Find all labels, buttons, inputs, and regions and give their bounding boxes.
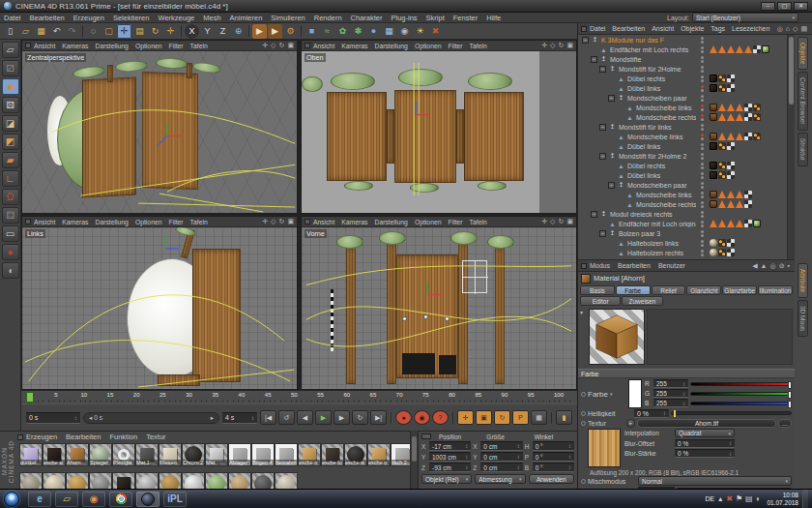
menu-item-kameras[interactable]: Kameras [62, 219, 88, 225]
polygons-mode-button[interactable]: ◩ [2, 134, 19, 150]
tag-dots-icon[interactable] [718, 84, 726, 92]
zoom-view-icon[interactable]: ◇ [271, 218, 276, 225]
visibility-dot-top[interactable] [701, 163, 704, 165]
visibility-dot-bottom[interactable] [701, 215, 704, 218]
toggle-view-icon[interactable]: ▣ [287, 42, 294, 49]
visibility-dot-bottom[interactable] [701, 60, 704, 63]
viewport-menu-icon[interactable] [25, 219, 31, 224]
taskbar-ie-icon[interactable]: e [28, 492, 51, 507]
timeline-mode-button[interactable]: ▮ [556, 410, 572, 425]
tag-uvw-icon[interactable] [727, 142, 735, 150]
visibility-dots[interactable] [696, 124, 708, 131]
om-filter-icon[interactable]: ◇ [793, 25, 798, 33]
viewport-top[interactable]: AnsichtKamerasDarstellungOptionenFilterT… [301, 40, 577, 214]
visibility-dot-bottom[interactable] [701, 128, 704, 131]
visibility-dot-top[interactable] [701, 182, 704, 185]
tag-tri-icon[interactable] [736, 191, 743, 198]
tray-expand-icon[interactable]: ▴ [718, 494, 722, 503]
material-thumb-dunkel[interactable]: dunkel [19, 443, 43, 466]
goto-end-button[interactable]: ▶| [370, 410, 387, 425]
minimize-button[interactable]: – [761, 2, 775, 11]
stepper-icon[interactable]: ↕ [682, 381, 685, 387]
snap-point-button[interactable]: ● [2, 244, 19, 260]
menu-item-filter[interactable]: Filter [168, 43, 183, 49]
lock-z-axis-button[interactable]: Z [216, 24, 230, 39]
close-button[interactable]: ✕ [794, 2, 808, 11]
material-thumb-esche-si[interactable]: esche si [43, 443, 66, 466]
tree-row[interactable]: ▲Mondscheibe rechts [578, 112, 787, 122]
menu-item-optionen[interactable]: Optionen [415, 43, 442, 49]
tree-row[interactable]: ▲Mondscheibe links [578, 132, 787, 141]
material-thumb[interactable] [205, 472, 228, 489]
visibility-dot-bottom[interactable] [701, 41, 704, 44]
tag-dots-icon[interactable] [718, 75, 726, 82]
menu-item-selektieren[interactable]: Selektieren [113, 14, 150, 22]
play-button[interactable]: ▶ [315, 410, 332, 425]
tag-texd-icon[interactable] [710, 142, 717, 150]
visibility-dot-bottom[interactable] [701, 195, 704, 198]
tray-alert-icon[interactable]: ✖ [726, 494, 733, 503]
tag-dots-icon[interactable] [718, 142, 726, 150]
visibility-dots[interactable] [696, 56, 708, 63]
current-time-field[interactable]: 0 s↕ [26, 412, 80, 424]
visibility-dot-top[interactable] [701, 172, 704, 175]
tag-tri-icon[interactable] [736, 133, 743, 140]
om-home-icon[interactable]: ⌂ [786, 25, 790, 33]
tag-tri-icon[interactable] [718, 113, 726, 121]
menu-item-objekte[interactable]: Objekte [681, 25, 704, 32]
visibility-dot-top[interactable] [701, 75, 704, 78]
expander-icon[interactable]: − [608, 95, 615, 102]
menu-item-ansicht[interactable]: Ansicht [34, 43, 55, 49]
visibility-dot-bottom[interactable] [701, 157, 704, 160]
tag-tri-icon[interactable] [718, 200, 726, 208]
viewport-menu-icon[interactable] [25, 43, 31, 48]
tag-uvw-icon[interactable] [727, 162, 735, 169]
anim-dot[interactable] [581, 421, 586, 426]
toggle-view-icon[interactable]: ▣ [287, 218, 294, 225]
menu-item-erzeugen[interactable]: Erzeugen [73, 14, 104, 22]
tag-tri-icon[interactable] [718, 220, 726, 227]
menu-item-lesezeichen[interactable]: Lesezeichen [732, 25, 769, 32]
channel-slider-r[interactable] [690, 382, 792, 386]
menu-item-charakter[interactable]: Charakter [351, 14, 383, 22]
tag-texd-icon[interactable] [710, 171, 717, 179]
visibility-dot-bottom[interactable] [701, 50, 704, 53]
delete-button[interactable]: ✖ [428, 24, 443, 39]
make-editable-button[interactable]: ▱ [2, 42, 19, 58]
material-menu-icon[interactable] [17, 434, 23, 440]
coords-size-dropdown[interactable]: Abmessung▾ [475, 474, 525, 484]
taskbar-explorer-icon[interactable]: ▱ [55, 492, 78, 507]
material-thumb[interactable] [19, 472, 43, 489]
visibility-dot-top[interactable] [701, 134, 704, 136]
visibility-dots[interactable] [696, 95, 708, 102]
coordinate-system-button[interactable]: ⊕ [231, 24, 246, 39]
tag-wood-icon[interactable] [710, 113, 717, 121]
tree-row[interactable]: −↥K 3Module nur das F [578, 35, 787, 45]
material-thumb-ahorn[interactable]: Ahorn [66, 443, 89, 466]
stepper-icon[interactable]: ↕ [517, 443, 520, 449]
rotate-tool[interactable]: ↻ [148, 24, 162, 39]
viewport-perspective[interactable]: AnsichtKamerasDarstellungOptionenFilterT… [21, 40, 298, 214]
tag-tri-icon[interactable] [727, 191, 735, 198]
lock-x-axis-button[interactable]: X [185, 24, 199, 39]
tag-wood-icon[interactable] [710, 200, 717, 208]
zoom-view-icon[interactable]: ◇ [550, 218, 555, 225]
visibility-dot-bottom[interactable] [701, 108, 704, 111]
pan-view-icon[interactable]: ✛ [262, 218, 268, 225]
channel-field-r[interactable]: 255↕ [653, 379, 688, 388]
visibility-dot-top[interactable] [701, 230, 704, 233]
apply-button[interactable]: Anwenden [529, 474, 575, 484]
taskbar-chrome-icon[interactable] [109, 492, 132, 507]
tag-ball-icon[interactable] [710, 249, 717, 256]
render-settings-button[interactable]: ⚙ [283, 24, 298, 39]
visibility-dot-top[interactable] [701, 114, 704, 117]
visibility-dot-top[interactable] [701, 95, 704, 98]
visibility-dots[interactable] [696, 182, 708, 189]
visibility-dot-bottom[interactable] [701, 186, 704, 189]
render-picture-viewer-button[interactable]: ▶ [268, 24, 282, 39]
visibility-dot-top[interactable] [701, 105, 704, 107]
play-backwards-button[interactable]: ↺ [278, 410, 295, 425]
visibility-dot-top[interactable] [701, 85, 704, 88]
tab-illumination[interactable]: Illumination [758, 285, 793, 295]
tag-wood-icon[interactable] [710, 191, 717, 198]
